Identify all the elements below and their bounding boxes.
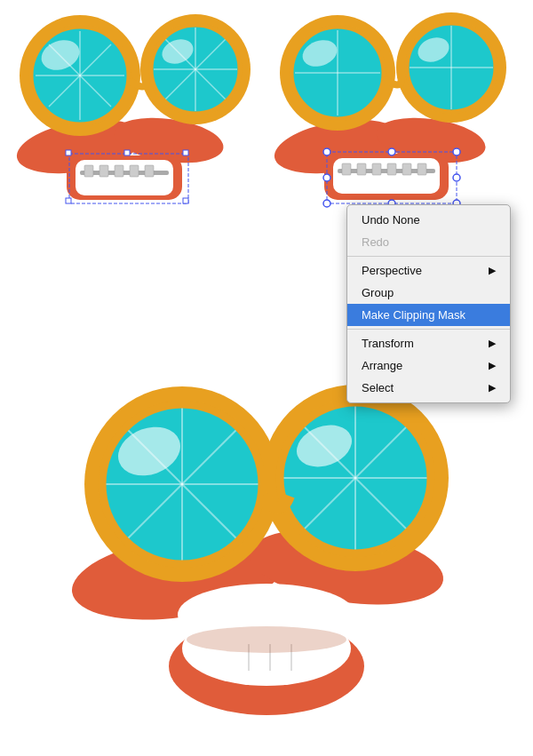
menu-item-arrow-transform: ▶ xyxy=(489,338,496,349)
face-top-right xyxy=(266,9,515,213)
menu-item-transform[interactable]: Transform▶ xyxy=(347,332,510,354)
face-bottom xyxy=(53,382,480,737)
svg-point-57 xyxy=(388,148,395,155)
menu-item-arrow-arrange: ▶ xyxy=(489,360,496,371)
svg-rect-28 xyxy=(124,150,130,155)
menu-item-label-undo: Undo None xyxy=(362,213,420,227)
menu-item-group[interactable]: Group xyxy=(347,282,510,304)
svg-rect-25 xyxy=(145,165,154,177)
svg-point-58 xyxy=(453,148,460,155)
menu-item-redo: Redo xyxy=(347,231,510,253)
svg-rect-50 xyxy=(357,163,366,175)
svg-point-56 xyxy=(323,148,330,155)
menu-separator-2 xyxy=(347,329,510,330)
svg-rect-29 xyxy=(183,150,188,155)
svg-rect-51 xyxy=(372,163,381,175)
svg-rect-52 xyxy=(387,163,396,175)
menu-item-label-arrange: Arrange xyxy=(362,359,402,372)
svg-rect-24 xyxy=(130,165,139,177)
menu-item-label-redo: Redo xyxy=(362,235,389,249)
menu-item-perspective[interactable]: Perspective▶ xyxy=(347,259,510,282)
menu-item-arrange[interactable]: Arrange▶ xyxy=(347,354,510,377)
svg-point-59 xyxy=(323,200,330,207)
svg-rect-31 xyxy=(183,198,188,203)
svg-rect-54 xyxy=(418,163,426,175)
svg-point-62 xyxy=(453,174,460,181)
svg-rect-30 xyxy=(66,198,71,203)
svg-rect-21 xyxy=(84,165,93,177)
menu-item-select[interactable]: Select▶ xyxy=(347,377,510,399)
svg-rect-27 xyxy=(66,150,71,155)
menu-item-label-perspective: Perspective xyxy=(362,264,422,277)
svg-point-92 xyxy=(187,626,346,653)
svg-point-63 xyxy=(323,174,330,181)
menu-item-label-transform: Transform xyxy=(362,337,414,350)
menu-item-label-select: Select xyxy=(362,381,394,394)
menu-item-arrow-select: ▶ xyxy=(489,382,496,394)
menu-separator-1 xyxy=(347,256,510,257)
menu-item-make-clipping-mask[interactable]: Make Clipping Mask xyxy=(347,304,510,326)
svg-rect-23 xyxy=(115,165,123,177)
menu-item-undo[interactable]: Undo None xyxy=(347,209,510,231)
face-top-left xyxy=(9,9,258,213)
svg-rect-49 xyxy=(342,163,351,175)
context-menu: Undo NoneRedoPerspective▶GroupMake Clipp… xyxy=(346,204,511,403)
svg-rect-22 xyxy=(99,165,108,177)
menu-item-arrow-perspective: ▶ xyxy=(489,265,496,276)
menu-item-label-make-clipping-mask: Make Clipping Mask xyxy=(362,308,465,322)
svg-rect-53 xyxy=(402,163,411,175)
menu-item-label-group: Group xyxy=(362,286,394,299)
